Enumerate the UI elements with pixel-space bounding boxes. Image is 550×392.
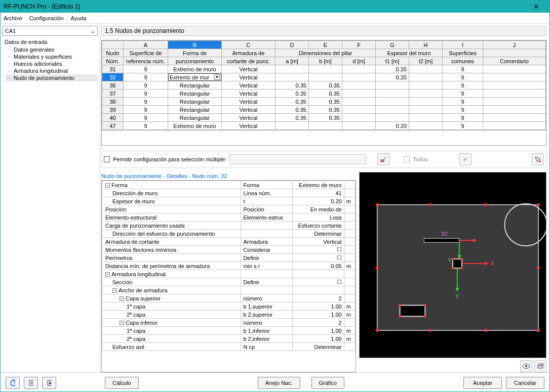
svg-text:Y: Y [455,293,459,299]
chevron-down-icon: ▼ [214,74,220,80]
svg-point-6 [537,203,540,206]
detail-row[interactable]: PosiciónPosiciónEn medio de [102,205,356,213]
chevron-down-icon: ⌄ [91,28,95,34]
detail-row[interactable]: Carga de punzonamiento usadaEsfuerzo cor… [102,222,356,230]
svg-point-11 [484,329,487,332]
menu-configuracion[interactable]: Configuración [29,15,64,21]
pick-icon[interactable] [377,153,389,165]
print-icon[interactable] [534,360,546,372]
node-label: 32 [441,231,447,237]
table-row[interactable]: 379RectangularVertical0.350.359 [102,90,546,98]
svg-point-7 [376,266,379,269]
multisel-checkbox[interactable] [104,156,110,162]
detail-row[interactable]: 1ª capab 1,superior1.00m [102,302,356,311]
tree-item[interactable]: Huecos adicionales [6,60,98,67]
detail-row[interactable]: PerímetrosDefinir☐ [102,254,356,262]
table-row[interactable]: 399RectangularVertical0.350.359 [102,106,546,114]
multisel-input[interactable] [229,154,366,164]
window-title: RF-PUNCH Pro - [Edificio 1] [4,3,526,10]
sidebar: CA1 ⌄ Datos de entrada Datos generalesMa… [1,24,100,372]
svg-text:Y: Y [448,257,452,263]
svg-text:X: X [491,260,495,267]
tree-item[interactable]: Materiales y superficies [6,53,98,60]
detail-row[interactable]: −Ancho de armadura [102,286,356,294]
svg-text:?: ? [13,379,16,385]
todos-label: Todos [413,156,427,162]
detail-row[interactable]: 2ª capab 2,superior1.00m [102,311,356,319]
tree-item[interactable]: Datos generales [6,46,98,53]
svg-point-17 [399,315,401,318]
svg-point-8 [537,266,540,269]
cancelar-button[interactable]: Cancelar [506,377,544,389]
grafico-button[interactable]: Gráfico [311,377,344,389]
table-row[interactable]: 369RectangularVertical0.350.359 [102,81,546,90]
export-button[interactable] [24,377,38,389]
apply-icon[interactable]: ✔ [459,153,472,165]
svg-point-25 [452,258,454,260]
anejo-button[interactable]: Anejo Nac. [258,377,300,389]
detail-row[interactable]: −FormaFormaExtremo de muro [102,181,356,189]
svg-rect-38 [538,365,543,368]
detail-row[interactable]: Dirección de muroLínea núm.41 [102,189,356,197]
detail-row[interactable]: Momentos flectores mínimosConsiderar☐ [102,246,356,254]
table-row[interactable]: 479Extremo de muroVertical0.209 [102,122,546,130]
detail-row[interactable]: −Capa inferiornúmero2 [102,319,356,327]
table-row[interactable]: 389RectangularVertical0.350.359 [102,98,546,106]
table-row[interactable]: 329Extremo de mur▼Vertical0.209 [102,73,546,81]
detail-row[interactable]: SecciónDefinir☐ [102,278,356,286]
svg-point-15 [399,304,401,307]
menu-archivo[interactable]: Archivo [4,15,22,21]
preview-3d[interactable]: 32 X Y Y [359,172,546,358]
detail-row[interactable]: −Armadura longitudinal [102,270,356,278]
svg-point-27 [452,267,454,269]
aceptar-button[interactable]: Aceptar [463,377,502,389]
todos-checkbox[interactable] [404,156,410,162]
svg-point-12 [537,329,540,332]
data-grid[interactable]: ABCDEFGHIJNudoSuperficie deForma deArmad… [101,40,546,146]
detail-row[interactable]: Dirección del esfuerzo de punzonamientoD… [102,230,356,238]
svg-point-18 [424,315,426,318]
menu-ayuda[interactable]: Ayuda [71,15,87,21]
section-title: 1.5 Nudos de punzonamiento [101,26,546,36]
tree-item[interactable]: Armadura longitudinal [6,67,98,74]
detail-row[interactable]: 1ª capab 1,inferior1.00m [102,327,356,335]
title-bar: RF-PUNCH Pro - [Edificio 1] ✕ [1,1,549,13]
help-button[interactable]: ? [6,377,20,389]
svg-point-5 [484,203,487,206]
detail-row[interactable]: Armadura de cortanteArmaduraVertical [102,238,356,246]
details-title: Nudo de punzonamiento - Detalles - Nudo … [101,172,356,180]
svg-rect-19 [424,238,459,242]
table-row[interactable]: 409RectangularVertical0.350.359 [102,114,546,122]
svg-point-16 [424,304,426,307]
load-case-combo[interactable]: CA1 ⌄ [3,26,98,36]
menu-bar: Archivo Configuración Ayuda [1,13,549,24]
detail-row[interactable]: Espesor de murot0.20m [102,197,356,205]
forma-dropdown[interactable]: Extremo de mur▼ [168,73,221,81]
detail-row[interactable]: Elemento estructuralElemento estrucLosa [102,213,356,222]
calculo-button[interactable]: Cálculo [105,377,139,389]
nav-tree: Datos generalesMateriales y superficiesH… [3,46,98,81]
table-row[interactable]: 319Extremo de muroVertical0.209 [102,65,546,73]
close-icon[interactable]: ✕ [526,3,546,11]
svg-rect-24 [453,259,462,268]
detail-row[interactable]: Esfuerzo axilN cpDeterminar [102,343,356,351]
eye-icon[interactable] [520,360,532,372]
svg-point-28 [460,267,463,269]
svg-point-10 [428,329,431,332]
detail-row[interactable]: Distancia mín. de perímetros de armadura… [102,262,356,270]
pick-element-icon[interactable] [532,153,544,165]
svg-rect-14 [400,306,425,317]
import-button[interactable] [42,377,56,389]
multi-select-bar: Permitir configuración para selección mú… [101,151,546,168]
details-grid[interactable]: −FormaFormaExtremo de muroDirección de m… [101,180,356,372]
tree-title: Datos de entrada [3,38,98,46]
detail-row[interactable]: 2ª capab 2,inferior1.00m [102,335,356,343]
svg-point-4 [428,203,431,206]
svg-point-9 [376,329,379,332]
main-panel: 1.5 Nudos de punzonamiento ABCDEFGHIJNud… [100,24,549,372]
multisel-label: Permitir configuración para selección mú… [113,156,226,162]
footer-bar: ? Cálculo Anejo Nac. Gráfico Aceptar Can… [1,372,549,392]
detail-row[interactable]: −Capa superiornúmero2 [102,294,356,302]
tree-item[interactable]: Nudo de punzonamiento [6,74,98,81]
svg-point-3 [376,203,379,206]
